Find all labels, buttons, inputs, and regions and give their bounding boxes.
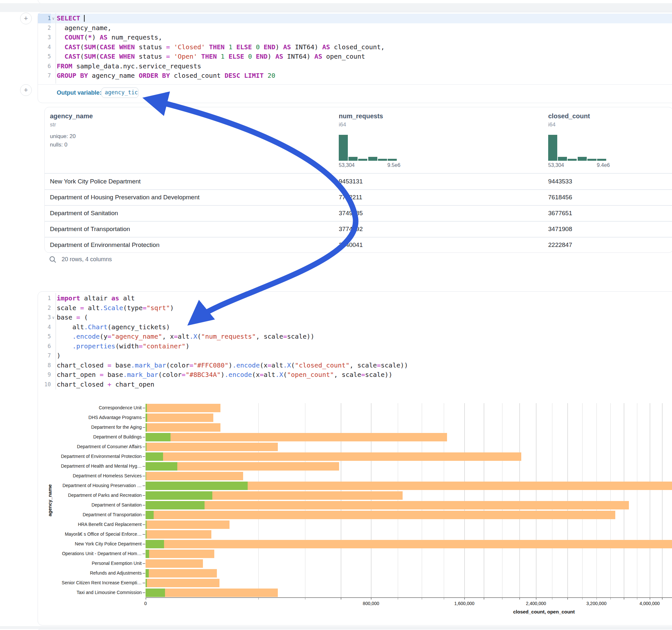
y-axis-label: New York City Police Department (51, 541, 142, 547)
histogram-min-label: 53,304 (339, 162, 355, 168)
cell-agency-name: Department of Housing Preservation and D… (50, 189, 200, 205)
bar-open-count (146, 491, 212, 500)
y-axis-label: Department of Buildings (51, 434, 142, 439)
gridline (567, 403, 568, 597)
column-header-num_requests: num_requests (339, 113, 383, 120)
cell-value: 3677651 (548, 205, 572, 221)
search-icon[interactable] (49, 256, 57, 264)
sql-code-editor[interactable]: 1∨SELECT 2 agency_name,3 COUNT(*) AS num… (38, 12, 672, 84)
line-number: 2 (38, 23, 51, 33)
code-line[interactable]: 2 agency_name, (38, 23, 672, 33)
y-axis-label: Department of Transportation (51, 512, 142, 517)
code-line[interactable]: 7GROUP BY agency_name ORDER BY closed_co… (38, 71, 672, 81)
x-axis-label: 2,400,000 (526, 601, 546, 606)
y-axis-tick (143, 554, 145, 554)
gridline (624, 403, 624, 597)
gridline (371, 403, 371, 597)
y-axis-tick (143, 437, 145, 437)
gridline (597, 403, 597, 597)
table-footer-text: 20 rows, 4 columns (62, 256, 112, 263)
bar-open-count (146, 462, 177, 470)
cell-value: 2240041 (339, 237, 363, 253)
bar-open-count (146, 404, 147, 412)
y-axis-tick (143, 524, 145, 525)
histogram-min-label: 53,304 (548, 162, 564, 168)
gridline (610, 403, 611, 597)
bar-closed-count (146, 423, 220, 432)
table-row: Department of Housing Preservation and D… (45, 189, 672, 205)
column-stat: nulls: 0 (50, 142, 67, 148)
histogram-bar (388, 159, 397, 161)
sql-cell-footer: Output variable: agency_tickets (38, 84, 672, 103)
histogram-bar (368, 157, 377, 161)
bar-closed-count (146, 569, 217, 578)
fold-chevron-icon[interactable]: ∨ (52, 14, 55, 24)
bar-open-count (146, 482, 248, 490)
code-line[interactable]: 6FROM sample_data.nyc.service_requests (38, 62, 672, 71)
histogram-bar (358, 159, 367, 161)
column-header-agency_name: agency_name (50, 113, 93, 120)
cell-gap-band-top (0, 3, 672, 12)
add-block-button-middle[interactable]: + (20, 84, 32, 96)
y-axis-label: HRA Benefit Card Replacement (51, 522, 142, 527)
y-axis-tick (143, 592, 145, 593)
y-axis-tick (143, 534, 145, 535)
bar-open-count (146, 472, 146, 480)
histogram-bar (597, 159, 606, 161)
gridline (422, 403, 423, 597)
y-axis-tick (143, 495, 145, 496)
add-block-button-top[interactable]: + (20, 13, 32, 24)
histogram-max-label: 9.4e6 (597, 162, 610, 168)
result-table-card: agency_namestrunique: 20nulls: 0num_requ… (44, 107, 672, 253)
output-variable-label: Output variable: (57, 90, 101, 96)
table-row: New York City Police Department945313194… (45, 173, 672, 189)
text-caret (84, 15, 85, 22)
code-line[interactable]: 3 COUNT(*) AS num_requests, (38, 33, 672, 43)
line-number: 7 (38, 71, 51, 81)
bar-closed-count (146, 413, 213, 422)
x-axis-label: 1,600,000 (454, 601, 474, 606)
histogram-max-label: 9.5e6 (387, 162, 400, 168)
y-axis-label: Department of Environmental Protection (51, 454, 142, 459)
y-axis-label: Refunds and Adjustments (51, 571, 142, 576)
code-line[interactable]: 5 CAST(SUM(CASE WHEN status = 'Open' THE… (38, 52, 672, 62)
column-histogram (339, 135, 398, 161)
python-cell: 1import altair as alt2scale = alt.Scale(… (38, 291, 672, 626)
output-variable-pill[interactable]: agency_tickets (101, 88, 138, 98)
x-axis-label: 0 (144, 601, 147, 606)
gridline (650, 403, 650, 597)
bar-open-count (146, 520, 146, 529)
gridline (444, 403, 445, 597)
bar-closed-count (146, 559, 203, 568)
y-axis-tick (143, 408, 145, 408)
y-axis-tick (143, 544, 145, 544)
line-number: 5 (38, 52, 51, 62)
bar-open-count (146, 453, 163, 461)
cell-value: 9453131 (339, 173, 363, 189)
code-text: CAST(SUM(CASE WHEN status = 'Open' THEN … (57, 52, 365, 62)
code-line[interactable]: 1∨SELECT (38, 14, 672, 23)
cell-value: 3774892 (339, 221, 363, 237)
code-text: CAST(SUM(CASE WHEN status = 'Closed' THE… (57, 43, 385, 52)
bar-open-count (146, 413, 147, 422)
bar-open-count (146, 530, 146, 539)
bar-closed-count (146, 530, 211, 539)
gridline (341, 403, 341, 597)
y-axis-label: Senior Citizen Rent Increase Exempti… (51, 580, 142, 585)
y-axis-tick (143, 515, 145, 515)
table-row: Department of Sanitation37494853677651 (45, 205, 672, 221)
code-text: agency_name, (57, 23, 112, 33)
y-axis-tick (143, 573, 145, 574)
column-type: i64 (548, 122, 556, 128)
histogram-bar (378, 159, 387, 161)
bar-closed-count (146, 404, 220, 412)
bar-open-count (146, 540, 164, 548)
cell-agency-name: Department of Transportation (50, 221, 130, 237)
bar-closed-count (146, 501, 629, 509)
altair-chart: 0800,0001,600,0002,400,0003,200,0004,000… (38, 292, 672, 625)
histogram-bar (578, 157, 587, 161)
cell-value: 3749485 (339, 205, 363, 221)
gridline (582, 403, 583, 597)
column-stat: unique: 20 (50, 133, 75, 140)
code-line[interactable]: 4 CAST(SUM(CASE WHEN status = 'Closed' T… (38, 43, 672, 52)
